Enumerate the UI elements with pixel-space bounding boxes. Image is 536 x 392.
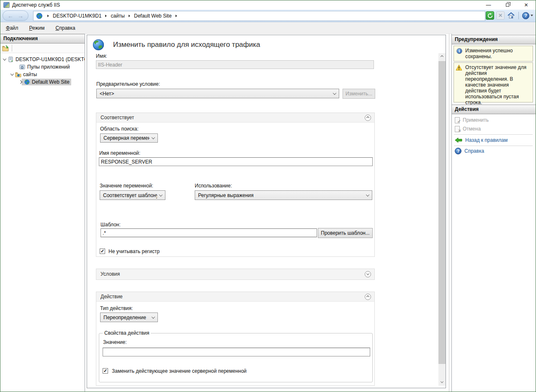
chevron-down-icon: [152, 315, 155, 318]
edit-precondition-button[interactable]: Изменить...: [343, 89, 375, 99]
chevron-up-icon: [366, 295, 369, 298]
action-properties-group: Свойства действия Значение: ✓ Заменить д…: [99, 333, 373, 382]
precondition-label: Предварительное условие:: [96, 81, 160, 87]
match-section: Соответствует Область поиска: Серверная …: [96, 113, 375, 257]
action-properties-legend: Свойства действия: [103, 330, 151, 336]
menu-file[interactable]: Файл: [6, 25, 18, 31]
variable-value-dropdown[interactable]: Соответствует шаблону: [100, 190, 165, 200]
panel-splitter[interactable]: [449, 34, 449, 392]
help-action[interactable]: ? Справка: [455, 147, 484, 155]
selected-tree-item[interactable]: Default Web Site: [22, 79, 71, 85]
match-section-header[interactable]: Соответствует: [96, 113, 374, 123]
stop-button[interactable]: ✕: [496, 11, 505, 20]
using-value: Регулярные выражения: [198, 192, 364, 198]
scroll-up-button[interactable]: [438, 53, 446, 60]
action-section-header[interactable]: Действие: [96, 292, 374, 302]
variable-value-value: Соответствует шаблону: [103, 192, 157, 198]
feature-page: Изменить правило для исходящего трафика …: [87, 35, 446, 388]
alert-warning: Отсутствует значение для действия переоп…: [454, 62, 533, 102]
toolbar-separator: [12, 45, 12, 51]
breadcrumb[interactable]: DESKTOP-U1MK9D1 сайты Default Web Site: [33, 11, 485, 21]
site-globe-icon: [24, 79, 30, 85]
connections-header: Подключения: [0, 34, 85, 44]
pattern-input[interactable]: [100, 228, 317, 237]
tree-item-default-web-site-label: Default Web Site: [32, 79, 70, 85]
precondition-value: <Нет>: [100, 91, 331, 97]
breadcrumb-separator-icon: [47, 15, 49, 17]
menu-bar: Файл Режим Справка: [0, 22, 536, 34]
expander-expanded-icon[interactable]: [10, 72, 14, 75]
collapse-section-button[interactable]: [365, 115, 371, 121]
value-input[interactable]: [103, 348, 370, 356]
alert-info: i Изменения успешно сохранены.: [454, 46, 533, 61]
minimize-button[interactable]: —: [479, 0, 498, 10]
conditions-section-title: Условия: [100, 271, 120, 277]
connections-pane: Подключения DESKTOP-U1MK9D1 (DESKTOP: [0, 34, 85, 392]
tree-item-app-pools[interactable]: Пулы приложений: [0, 63, 85, 71]
iis-manager-window: Диспетчер служб IIS — ✕ ← → DESKTOP-U1MK…: [0, 0, 536, 392]
actions-header: Действия: [452, 105, 536, 114]
breadcrumb-separator-icon: [129, 15, 130, 17]
breadcrumb-item-server[interactable]: DESKTOP-U1MK9D1: [53, 13, 101, 19]
page-title: Изменить правило для исходящего трафика: [113, 41, 260, 49]
window-title: Диспетчер служб IIS: [12, 2, 60, 8]
help-menu-button[interactable]: ?: [522, 12, 533, 19]
chevron-down-icon: [333, 91, 336, 95]
chevron-up-icon: [441, 55, 443, 58]
chevron-down-icon: [366, 193, 369, 196]
close-button[interactable]: ✕: [517, 0, 536, 10]
apply-icon: ✓: [455, 117, 460, 123]
action-section: Действие Тип действия: Переопределение С…: [96, 292, 375, 386]
restore-button[interactable]: [498, 0, 517, 10]
forward-button[interactable]: →: [18, 13, 23, 19]
help-label[interactable]: Справка: [464, 148, 484, 154]
tree-item-server[interactable]: DESKTOP-U1MK9D1 (DESKTOP: [0, 56, 85, 63]
replace-value-checkbox[interactable]: ✓: [103, 368, 108, 374]
expander-expanded-icon[interactable]: [3, 57, 6, 60]
breadcrumb-item-default-web-site[interactable]: Default Web Site: [134, 13, 172, 19]
tree-item-default-web-site[interactable]: Default Web Site: [0, 78, 85, 86]
tree-item-sites[interactable]: сайты: [0, 71, 85, 78]
action-type-label: Тип действия:: [100, 305, 133, 311]
using-dropdown[interactable]: Регулярные выражения: [195, 190, 372, 200]
replace-value-label: Заменить действующее значение серверной …: [112, 368, 247, 374]
actions-separator: [454, 134, 533, 135]
menu-view[interactable]: Режим: [29, 25, 45, 31]
collapse-section-button[interactable]: [365, 294, 371, 300]
chevron-down-icon: [441, 380, 443, 383]
scrollbar-thumb[interactable]: [438, 61, 446, 364]
precondition-dropdown[interactable]: <Нет>: [96, 89, 339, 98]
actions-separator: [454, 146, 533, 146]
home-button[interactable]: [507, 11, 515, 20]
action-type-dropdown[interactable]: Переопределение: [100, 313, 158, 322]
apply-label: Применить: [463, 117, 489, 123]
action-type-value: Переопределение: [103, 315, 149, 320]
tree-item-app-pools-label: Пулы приложений: [27, 64, 70, 70]
alert-info-text: Изменения успешно сохранены.: [465, 48, 513, 59]
vertical-scrollbar[interactable]: [438, 53, 446, 386]
create-connection-icon[interactable]: [2, 45, 9, 51]
back-to-rules-label[interactable]: Назад к правилам: [465, 137, 508, 143]
checkbox-checked-icon: ✓: [103, 368, 107, 373]
match-section-title: Соответствует: [100, 115, 134, 120]
back-to-rules-action[interactable]: Назад к правилам: [455, 136, 508, 144]
actions-pane: Предупреждения i Изменения успешно сохра…: [451, 34, 536, 392]
name-input: [96, 60, 374, 69]
scope-dropdown[interactable]: Серверная переменн: [100, 133, 158, 143]
menu-help[interactable]: Справка: [56, 25, 75, 31]
ignore-case-checkbox[interactable]: ✓: [100, 249, 105, 254]
conditions-section-header[interactable]: Условия: [96, 269, 374, 279]
scroll-down-button[interactable]: [438, 379, 446, 386]
test-pattern-button[interactable]: Проверить шаблон...: [318, 228, 373, 238]
pattern-label: Шаблон:: [100, 222, 121, 228]
sites-folder-icon: [15, 72, 21, 77]
variable-name-input[interactable]: [99, 157, 373, 166]
cancel-label: Отмена: [463, 126, 481, 132]
back-arrow-icon: [455, 137, 462, 143]
breadcrumb-item-sites[interactable]: сайты: [111, 13, 125, 19]
toolbar-divider: [518, 12, 519, 19]
expand-section-button[interactable]: [365, 271, 371, 277]
refresh-button[interactable]: [486, 11, 494, 20]
back-button[interactable]: ←: [8, 13, 13, 19]
app-pools-icon: [19, 64, 26, 70]
